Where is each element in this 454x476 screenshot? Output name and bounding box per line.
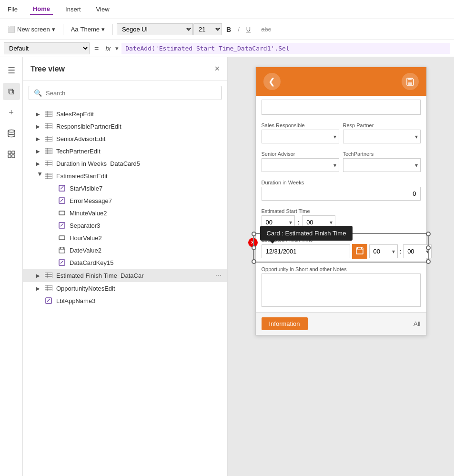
property-dropdown[interactable]: Default (4, 42, 90, 54)
bold-button[interactable]: B (222, 24, 235, 35)
tree-item-separator[interactable]: ▶ Separator3 (23, 219, 227, 232)
tech-partners-label: TechPartners (343, 151, 421, 157)
tree-item-minutevalue[interactable]: ▶ MinuteValue2 (23, 207, 227, 219)
finish-hour-wrap: 00 ▾ (369, 244, 398, 258)
menu-insert[interactable]: Insert (62, 4, 84, 15)
save-button[interactable] (402, 73, 419, 90)
delete-button[interactable]: × (248, 238, 258, 247)
senior-advisor-select[interactable] (262, 158, 339, 172)
tree-item-datacardkey[interactable]: ▶ DataCardKey15 (23, 256, 227, 269)
menu-view[interactable]: View (93, 4, 112, 15)
strikethrough-button[interactable]: abc (257, 24, 275, 35)
calendar-icon (57, 246, 67, 254)
tree-item-datevalue[interactable]: ▶ DateValue2 (23, 244, 227, 256)
font-size-select[interactable]: 21 (193, 23, 222, 35)
svg-rect-1 (8, 151, 11, 154)
search-icon: 🔍 (34, 89, 42, 97)
hamburger-icon[interactable]: ☰ (3, 62, 20, 79)
sidebar: Tree view × 🔍 ▶ SalesRepEdit ▶ Re (23, 57, 228, 476)
senior-advisor-select-wrap: ▾ (262, 158, 339, 172)
tree-label-duration: Duration in Weeks_DataCard5 (56, 160, 222, 167)
new-screen-button[interactable]: ⬜ New screen ▾ (4, 24, 59, 35)
table-icon (44, 122, 53, 130)
resp-partner-select[interactable] (343, 130, 421, 143)
font-family-select[interactable]: Segoe UI (117, 23, 193, 35)
form-card: ❮ Sales Responsible ▾ (255, 67, 427, 335)
top-blank-input[interactable] (262, 100, 421, 115)
svg-rect-13 (45, 136, 52, 142)
fx-label: fx (103, 45, 112, 52)
tree-item-estimatedstart[interactable]: ▶ EstimatedStartEdit (23, 170, 227, 182)
all-button[interactable]: All (414, 320, 420, 327)
resize-handle-br[interactable] (426, 259, 431, 264)
tree-item-estimatedfinish[interactable]: ▶ Estimated Finish Time_DataCar ··· (23, 269, 227, 282)
theme-icon: Aa (71, 26, 79, 33)
finish-min-wrap: 00 ▾ (403, 244, 432, 258)
layers-icon[interactable]: ⧉ (3, 83, 20, 100)
tech-partners-select[interactable] (343, 158, 421, 172)
formula-input[interactable] (121, 43, 450, 54)
new-screen-icon: ⬜ (8, 26, 15, 33)
data-icon[interactable] (3, 125, 20, 142)
tree-label-estimatedstart: EstimatedStartEdit (56, 172, 222, 180)
table-icon (44, 160, 53, 167)
more-options-icon[interactable]: ··· (215, 271, 222, 280)
tree-label-datacardkey: DataCardKey15 (70, 259, 222, 266)
tree-item-hourvalue[interactable]: ▶ HourValue2 (23, 232, 227, 244)
sidebar-header: Tree view × (23, 57, 227, 81)
finish-date-input[interactable] (262, 244, 350, 258)
tree-item-starvisible[interactable]: ▶ StarVisible7 (23, 182, 227, 194)
notes-textarea[interactable] (262, 273, 421, 307)
svg-rect-48 (408, 82, 412, 85)
tree-view: ▶ SalesRepEdit ▶ ResponsiblePartnerEdit … (23, 105, 227, 476)
tree-label-starvisible: StarVisible7 (70, 185, 222, 192)
col-sales: Sales Responsible ▾ (262, 122, 339, 143)
tree-item-responsible[interactable]: ▶ ResponsiblePartnerEdit (23, 120, 227, 132)
chevron-right-icon: ▶ (36, 161, 44, 166)
main-layout: ☰ ⧉ + Tree view × 🔍 ▶ SalesRepEdit (0, 57, 454, 476)
theme-label: Theme (81, 26, 100, 33)
tree-label-techpartner: TechPartnerEdit (56, 148, 222, 155)
menu-home[interactable]: Home (30, 3, 53, 15)
col-senior: Senior Advisor ▾ (262, 151, 339, 172)
sales-responsible-select[interactable] (262, 130, 339, 143)
svg-rect-47 (46, 298, 51, 304)
tree-label-datevalue: DateValue2 (70, 247, 222, 254)
row-sales-resp: Sales Responsible ▾ Resp Partner ▾ (256, 119, 426, 147)
canvas-area: ❮ Sales Responsible ▾ (228, 57, 454, 476)
toolbar-separator-2 (112, 24, 113, 35)
edit-icon (44, 297, 53, 304)
back-button[interactable]: ❮ (263, 73, 281, 90)
finish-hour-select[interactable]: 00 (369, 244, 398, 258)
tree-item-salesrep[interactable]: ▶ SalesRepEdit (23, 108, 227, 120)
tree-item-senioradvisor[interactable]: ▶ SeniorAdvisorEdit (23, 132, 227, 145)
tree-item-techpartner[interactable]: ▶ TechPartnerEdit (23, 145, 227, 157)
search-box: 🔍 (29, 86, 222, 100)
search-input[interactable] (46, 90, 216, 97)
tree-label-estimatedfinish: Estimated Finish Time_DataCar (56, 272, 213, 279)
information-button[interactable]: Information (262, 317, 308, 330)
menu-file[interactable]: File (5, 4, 20, 15)
svg-rect-38 (59, 260, 65, 265)
sidebar-close-button[interactable]: × (214, 64, 220, 74)
theme-chevron-icon: ▾ (101, 26, 105, 33)
tree-item-errormsg[interactable]: ▶ ErrorMessage7 (23, 194, 227, 207)
svg-rect-34 (59, 248, 65, 253)
add-icon[interactable]: + (3, 104, 20, 121)
resize-handle-tr[interactable] (426, 232, 431, 236)
calendar-button[interactable] (352, 244, 367, 259)
chevron-right-icon: ▶ (36, 136, 44, 142)
tree-item-opportunitynotes[interactable]: ▶ OpportunityNotesEdit (23, 282, 227, 294)
controls-icon[interactable] (3, 146, 20, 163)
tree-item-duration[interactable]: ▶ Duration in Weeks_DataCard5 (23, 157, 227, 170)
underline-button[interactable]: U (242, 24, 254, 35)
chevron-right-icon: ▶ (36, 286, 44, 291)
tree-item-lblappname[interactable]: ▶ LblAppName3 (23, 294, 227, 307)
svg-rect-30 (59, 198, 65, 203)
fx-chevron-icon: ▾ (115, 45, 119, 52)
table-icon (44, 272, 53, 279)
tooltip: Card : Estimated Finish Time (260, 226, 353, 241)
theme-button[interactable]: Aa Theme ▾ (67, 24, 109, 35)
duration-input[interactable] (262, 187, 421, 201)
finish-min-select[interactable]: 00 (403, 244, 432, 258)
